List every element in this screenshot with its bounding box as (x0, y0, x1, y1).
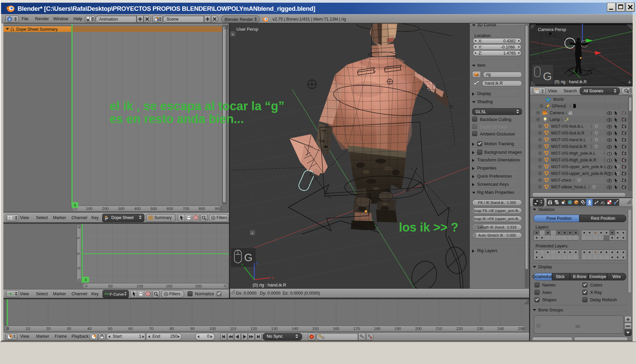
svg-text:z: z (256, 261, 258, 265)
svg-text:Camera Persp: Camera Persp (538, 27, 566, 32)
svg-text:i: i (9, 17, 10, 21)
svg-text:(0) rig : hand.ik.R: (0) rig : hand.ik.R (554, 80, 587, 84)
svg-text:y: y (241, 262, 243, 266)
svg-text:G: G (543, 70, 552, 83)
svg-text:x: x (272, 276, 274, 280)
